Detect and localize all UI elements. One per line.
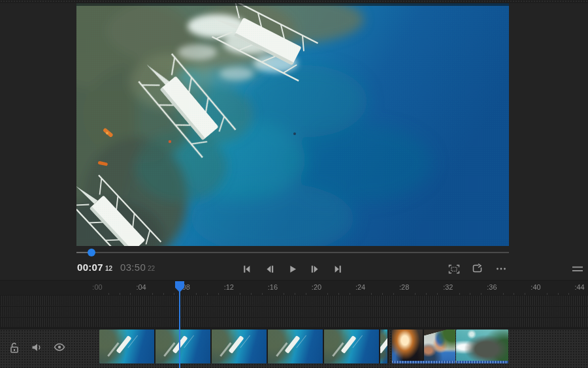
clip-thumbnail-water <box>155 330 210 363</box>
more-options-icon <box>496 267 506 271</box>
eye-icon <box>54 343 65 351</box>
play-icon <box>287 264 297 274</box>
previous-frame-icon <box>265 264 274 274</box>
ruler-label-04: :04 <box>136 283 146 291</box>
clip-thumbnail-island <box>456 330 508 363</box>
current-time: 00:07 <box>77 262 103 273</box>
current-frames: 12 <box>105 265 112 272</box>
preview-scrubber[interactable] <box>76 247 509 258</box>
ruler-label-00: :00 <box>92 283 102 291</box>
skip-to-end-icon <box>333 264 343 274</box>
duration-time: 03:50 <box>120 262 146 273</box>
fullscreen-icon <box>448 264 460 274</box>
loop-icon <box>472 264 483 274</box>
track-audio-button[interactable] <box>28 339 45 356</box>
timeline-lane-1 <box>0 295 588 305</box>
clip-thumbnail-water <box>380 330 387 363</box>
next-frame-icon <box>310 264 320 274</box>
video-editor-app: 00:071203:5022 <box>0 0 588 368</box>
clip-aerial-water[interactable] <box>99 330 389 363</box>
track-lock-button[interactable] <box>6 339 23 356</box>
timeline-lane-2 <box>0 306 588 316</box>
more-options-button[interactable] <box>492 260 510 278</box>
ruler-label-40: :40 <box>531 283 540 291</box>
timeline-ruler[interactable]: :00:04:08:12:16:20:24:28:32:36:40:44 <box>0 281 588 295</box>
ruler-label-28: :28 <box>399 283 409 291</box>
video-preview <box>76 3 509 246</box>
ruler-label-12: :12 <box>224 283 234 291</box>
clip-thumbnail-water <box>268 330 323 363</box>
unlock-icon <box>10 342 19 353</box>
ruler-label-44: :44 <box>574 283 584 291</box>
ruler-label-24: :24 <box>355 283 365 291</box>
aerial-sea-scene <box>76 3 509 246</box>
clip-audio-strip <box>456 361 508 363</box>
clip-thumbnail-people-selfie <box>424 330 455 363</box>
track-controls <box>0 330 98 368</box>
play-button[interactable] <box>283 260 301 278</box>
ruler-label-36: :36 <box>487 283 497 291</box>
clip-thumbnail-water <box>212 330 267 363</box>
next-frame-button[interactable] <box>306 260 324 278</box>
timecode-display: 00:071203:5022 <box>77 262 155 273</box>
fullscreen-button[interactable] <box>445 260 463 278</box>
clip-thumbnail-people-indoor <box>392 330 423 363</box>
track-visibility-button[interactable] <box>51 339 68 356</box>
clip-people[interactable] <box>392 330 455 363</box>
clip-island[interactable] <box>456 330 508 363</box>
timeline-lane-3 <box>0 317 588 328</box>
skip-to-end-button[interactable] <box>329 260 347 278</box>
ruler-label-32: :32 <box>443 283 453 291</box>
loop-button[interactable] <box>468 260 487 278</box>
clip-thumbnail-water <box>99 330 154 363</box>
duration-frames: 22 <box>148 265 155 272</box>
clip-thumbnail-water <box>324 330 379 363</box>
panel-menu-button[interactable] <box>568 260 587 278</box>
scrubber-handle[interactable] <box>88 249 95 256</box>
skip-to-start-button[interactable] <box>237 260 255 278</box>
ruler-label-16: :16 <box>268 283 278 291</box>
speaker-icon <box>31 343 42 352</box>
skip-to-start-icon <box>242 264 252 274</box>
scrubber-track[interactable] <box>76 252 509 253</box>
clip-audio-strip <box>392 361 455 363</box>
panel-menu-icon <box>572 266 583 272</box>
previous-frame-button[interactable] <box>260 260 278 278</box>
ruler-label-20: :20 <box>312 283 321 291</box>
